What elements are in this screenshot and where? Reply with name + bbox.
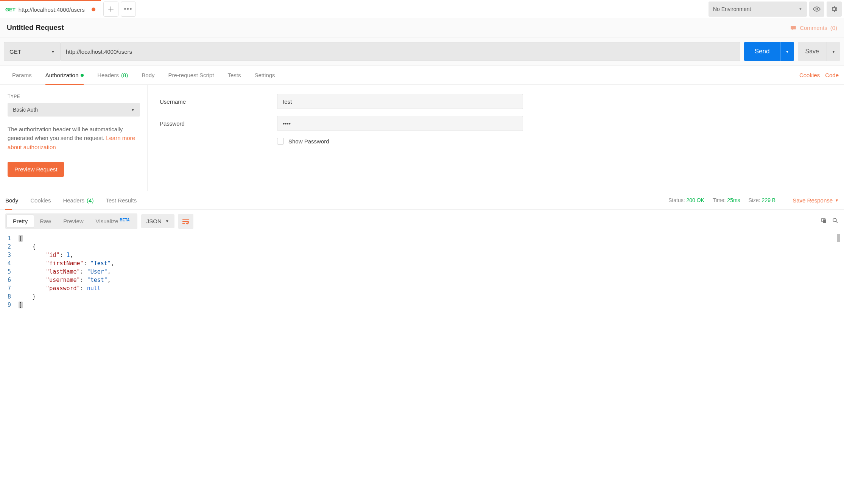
search-icon bbox=[832, 217, 839, 224]
response-header: Body Cookies Headers (4) Test Results St… bbox=[0, 191, 844, 210]
response-tab-cookies[interactable]: Cookies bbox=[24, 191, 57, 210]
view-mode-preview[interactable]: Preview bbox=[57, 215, 89, 227]
comment-icon bbox=[790, 24, 797, 31]
auth-left: TYPE Basic Auth ▼ The authorization head… bbox=[0, 85, 148, 191]
format-label: JSON bbox=[146, 218, 162, 224]
tab-authorization[interactable]: Authorization bbox=[39, 66, 91, 85]
ellipsis-icon: ••• bbox=[124, 6, 132, 12]
tabs-area: GET http://localhost:4000/users ••• bbox=[0, 0, 709, 18]
wrap-toggle-button[interactable] bbox=[178, 214, 193, 229]
svg-rect-1 bbox=[823, 219, 826, 223]
status-dot-icon bbox=[81, 74, 84, 77]
comments-count: (0) bbox=[830, 25, 837, 31]
tab-menu-button[interactable]: ••• bbox=[121, 2, 136, 17]
environment-label: No Environment bbox=[713, 6, 751, 12]
username-input[interactable] bbox=[277, 94, 523, 109]
username-label: Username bbox=[160, 98, 277, 105]
caret-down-icon: ▼ bbox=[131, 108, 135, 112]
size-label: Size: 229 B bbox=[749, 197, 776, 203]
cursor-indicator bbox=[837, 234, 840, 242]
password-input[interactable] bbox=[277, 116, 523, 131]
show-password-checkbox[interactable] bbox=[277, 138, 284, 145]
response-tab-body[interactable]: Body bbox=[5, 191, 24, 210]
search-button[interactable] bbox=[832, 217, 839, 225]
copy-icon bbox=[821, 217, 827, 224]
auth-type-selector[interactable]: Basic Auth ▼ bbox=[8, 103, 140, 117]
save-response-button[interactable]: Save Response ▼ bbox=[793, 197, 839, 204]
status-value: 200 OK bbox=[686, 197, 704, 203]
response-toolbar: Pretty Raw Preview Visualize BETA JSON ▼ bbox=[0, 210, 844, 233]
svg-point-3 bbox=[833, 218, 836, 222]
code-link[interactable]: Code bbox=[825, 72, 839, 78]
send-button[interactable]: Send ▼ bbox=[744, 42, 794, 61]
caret-down-icon: ▼ bbox=[785, 50, 789, 54]
tab-url: http://localhost:4000/users bbox=[19, 6, 85, 13]
cookies-link[interactable]: Cookies bbox=[799, 72, 820, 78]
send-label: Send bbox=[744, 42, 780, 61]
time-label: Time: 25ms bbox=[713, 197, 740, 203]
request-tabs-right: Cookies Code bbox=[799, 72, 839, 78]
caret-down-icon: ▼ bbox=[165, 219, 169, 223]
format-selector[interactable]: JSON ▼ bbox=[141, 214, 174, 228]
view-mode-visualize[interactable]: Visualize BETA bbox=[90, 215, 136, 227]
method-selector[interactable]: GET ▼ bbox=[4, 42, 61, 61]
username-field: Username bbox=[160, 94, 832, 109]
response-meta: Status: 200 OK Time: 25ms Size: 229 B Sa… bbox=[668, 196, 839, 204]
caret-down-icon: ▼ bbox=[832, 50, 836, 54]
unsaved-dot-icon bbox=[92, 8, 95, 11]
auth-right: Username Password Show Password bbox=[148, 85, 844, 191]
view-mode-raw[interactable]: Raw bbox=[34, 215, 57, 227]
auth-type-label: TYPE bbox=[8, 94, 140, 99]
url-bar: GET ▼ Send ▼ Save ▼ bbox=[0, 37, 844, 66]
divider bbox=[784, 196, 784, 204]
gear-icon bbox=[830, 5, 838, 13]
view-mode-pretty[interactable]: Pretty bbox=[7, 215, 34, 227]
request-tab[interactable]: GET http://localhost:4000/users bbox=[0, 0, 101, 18]
line-gutter: 1 2 3 4 5 6 7 8 9 bbox=[4, 234, 19, 309]
save-button[interactable]: Save ▼ bbox=[798, 42, 840, 61]
beta-badge: BETA bbox=[120, 218, 129, 222]
top-bar: GET http://localhost:4000/users ••• No E… bbox=[0, 0, 844, 18]
environment-selector[interactable]: No Environment ▼ bbox=[709, 2, 807, 17]
code-content[interactable]: [ { "id": 1, "firstName": "Test", "lastN… bbox=[19, 234, 840, 309]
caret-down-icon: ▼ bbox=[51, 50, 55, 54]
preview-request-button[interactable]: Preview Request bbox=[8, 162, 64, 177]
new-tab-button[interactable] bbox=[103, 2, 118, 17]
save-label: Save bbox=[798, 42, 827, 61]
settings-button[interactable] bbox=[827, 2, 842, 17]
comments-button[interactable]: Comments (0) bbox=[790, 24, 837, 31]
show-password-label: Show Password bbox=[288, 138, 329, 145]
request-title[interactable]: Untitled Request bbox=[7, 23, 64, 32]
send-dropdown[interactable]: ▼ bbox=[780, 42, 794, 61]
environment-quicklook-button[interactable] bbox=[809, 2, 824, 17]
tab-tests[interactable]: Tests bbox=[221, 66, 248, 85]
wrap-icon bbox=[182, 217, 190, 226]
password-label: Password bbox=[160, 120, 277, 127]
size-value: 229 B bbox=[762, 197, 776, 203]
url-input[interactable] bbox=[61, 42, 740, 61]
auth-help-text: The authorization header will be automat… bbox=[8, 125, 138, 151]
title-bar: Untitled Request Comments (0) bbox=[0, 18, 844, 37]
show-password-row: Show Password bbox=[277, 138, 832, 145]
method-label: GET bbox=[9, 48, 21, 55]
environment-area: No Environment ▼ bbox=[709, 0, 844, 18]
request-tabs: Params Authorization Headers (8) Body Pr… bbox=[0, 66, 844, 85]
tab-prerequest-script[interactable]: Pre-request Script bbox=[162, 66, 221, 85]
tab-body[interactable]: Body bbox=[135, 66, 161, 85]
time-value: 25ms bbox=[727, 197, 740, 203]
caret-down-icon: ▼ bbox=[835, 198, 839, 202]
tab-settings[interactable]: Settings bbox=[248, 66, 282, 85]
response-body: 1 2 3 4 5 6 7 8 9 [ { "id": 1, "firstNam… bbox=[0, 233, 844, 317]
password-field: Password bbox=[160, 116, 832, 131]
status-label: Status: 200 OK bbox=[668, 197, 704, 203]
tab-headers[interactable]: Headers (8) bbox=[90, 66, 135, 85]
svg-point-0 bbox=[816, 8, 818, 10]
response-tab-test-results[interactable]: Test Results bbox=[100, 191, 143, 210]
response-tab-headers[interactable]: Headers (4) bbox=[57, 191, 100, 210]
save-dropdown[interactable]: ▼ bbox=[827, 42, 840, 61]
comments-label: Comments bbox=[800, 25, 827, 31]
copy-button[interactable] bbox=[821, 217, 827, 225]
tab-params[interactable]: Params bbox=[5, 66, 39, 85]
caret-down-icon: ▼ bbox=[799, 7, 802, 11]
response-right-icons bbox=[821, 217, 839, 225]
